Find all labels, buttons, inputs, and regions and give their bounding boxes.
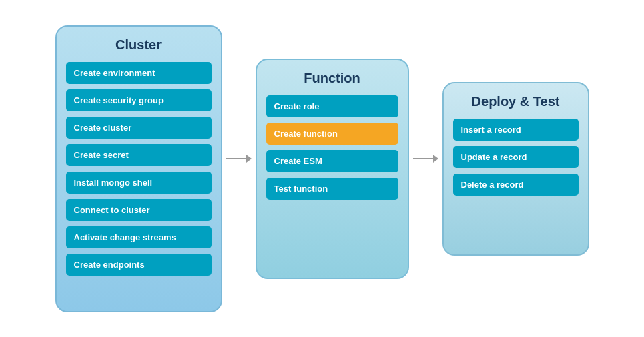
arrow-head	[246, 155, 252, 163]
deploy-item-0[interactable]: Insert a record	[453, 119, 579, 141]
function-panel: Function Create role Create function Cre…	[256, 59, 409, 279]
arrow-cluster-to-function	[222, 155, 256, 163]
cluster-item-7[interactable]: Create endpoints	[66, 254, 212, 276]
cluster-item-4[interactable]: Install mongo shell	[66, 172, 212, 194]
cluster-item-2[interactable]: Create cluster	[66, 117, 212, 139]
cluster-title: Cluster	[115, 37, 162, 53]
function-title: Function	[304, 71, 360, 86]
function-item-1[interactable]: Create function	[266, 123, 398, 145]
function-item-2[interactable]: Create ESM	[266, 150, 398, 172]
arrow-function-to-deploy	[409, 155, 442, 163]
function-items: Create role Create function Create ESM T…	[266, 95, 398, 200]
cluster-panel: Cluster Create environment Create securi…	[55, 25, 222, 312]
deploy-panel: Deploy & Test Insert a record Update a r…	[442, 82, 589, 256]
function-item-0[interactable]: Create role	[266, 95, 398, 117]
deploy-items: Insert a record Update a record Delete a…	[453, 119, 579, 196]
cluster-item-6[interactable]: Activate change streams	[66, 226, 212, 248]
cluster-item-3[interactable]: Create secret	[66, 144, 212, 166]
diagram: Cluster Create environment Create securi…	[42, 12, 603, 326]
arrow-line	[226, 158, 246, 159]
cluster-item-0[interactable]: Create environment	[66, 62, 212, 84]
cluster-item-1[interactable]: Create security group	[66, 89, 212, 111]
deploy-item-1[interactable]: Update a record	[453, 146, 579, 168]
arrow-line-2	[413, 158, 433, 159]
cluster-item-5[interactable]: Connect to cluster	[66, 199, 212, 221]
deploy-item-2[interactable]: Delete a record	[453, 174, 579, 196]
function-item-3[interactable]: Test function	[266, 178, 398, 200]
cluster-items: Create environment Create security group…	[66, 62, 212, 276]
deploy-title: Deploy & Test	[472, 94, 560, 109]
arrow-head-2	[433, 155, 438, 163]
